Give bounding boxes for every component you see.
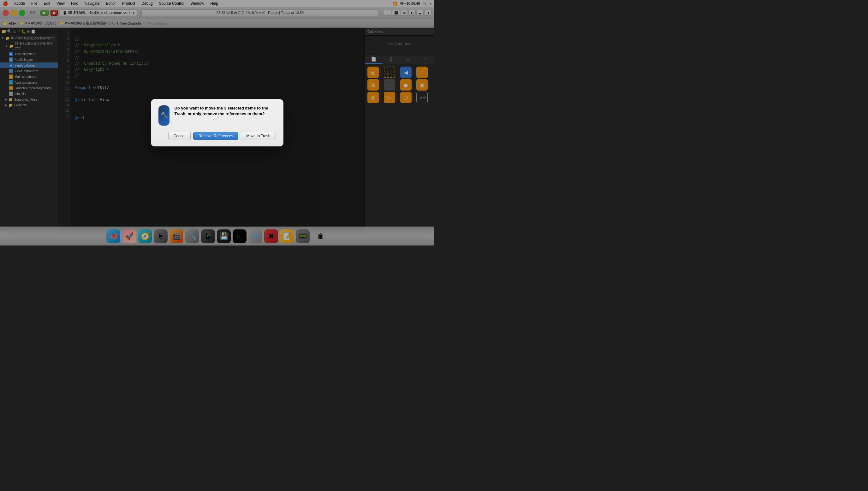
cancel-button[interactable]: Cancel: [168, 132, 191, 140]
modal-overlay: 🔨 Do you want to move the 3 selected ite…: [0, 0, 434, 246]
dialog-buttons: Cancel Remove References Move to Trash: [158, 132, 276, 140]
remove-references-button[interactable]: Remove References: [193, 132, 238, 140]
dialog-text-area: Do you want to move the 3 selected items…: [175, 106, 276, 119]
delete-confirm-dialog: 🔨 Do you want to move the 3 selected ite…: [151, 99, 284, 146]
dialog-icon: 🔨: [158, 106, 170, 125]
svg-text:🔨: 🔨: [160, 111, 168, 119]
dialog-title: Do you want to move the 3 selected items…: [175, 106, 276, 117]
move-to-trash-button[interactable]: Move to Trash: [241, 132, 276, 140]
